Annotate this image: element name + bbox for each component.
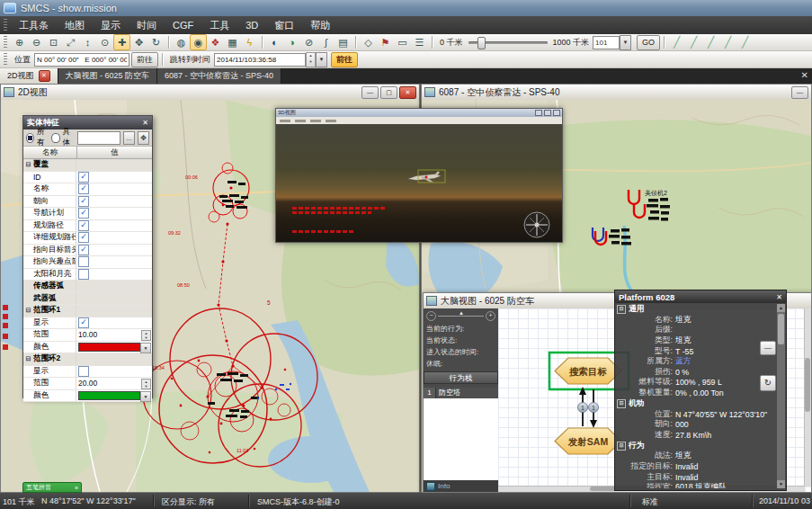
draw-line-icon-5[interactable]: ╱ [736, 34, 754, 50]
checkbox-icon[interactable]: ✓ [78, 220, 89, 231]
close-icon[interactable] [553, 110, 560, 116]
menu-item-4[interactable]: 时间 [129, 16, 165, 34]
tab-close-icon[interactable]: ✕ [39, 70, 50, 82]
platform-group[interactable]: ⊟通用 [617, 304, 776, 315]
checkbox-icon[interactable]: ✓ [78, 183, 89, 194]
sliders-tool-icon[interactable]: ☰ [411, 34, 428, 50]
entity-row[interactable]: 范围20.00▲▼ [23, 378, 152, 390]
flow-node-launch[interactable]: 发射SAM [555, 428, 621, 454]
entity-row[interactable]: 导航计划✓ [23, 208, 152, 220]
minimize-icon[interactable]: — [361, 86, 379, 99]
entity-row[interactable]: ⊟覆盖 [23, 159, 152, 172]
row-expander-icon[interactable]: ⊟ [23, 307, 33, 314]
window-2d-title-bar[interactable]: 2D视图 — ▢ ✕ [1, 85, 419, 101]
earth-icon[interactable]: ◑ [283, 34, 300, 50]
spin-down-icon[interactable]: ▼ [142, 384, 150, 388]
group-expander-icon[interactable]: ⊟ [617, 399, 626, 408]
flow-refresh-button[interactable]: ↻ [760, 375, 776, 391]
entity-row[interactable]: ID✓ [23, 172, 152, 184]
entity-row[interactable]: 颜色▼ [23, 342, 152, 354]
search-map-icon[interactable]: ⊘ [300, 34, 317, 50]
zoom-fit-icon[interactable]: ⤢ [62, 34, 79, 50]
flow-minimize-button[interactable]: — [760, 341, 776, 355]
time-spinner[interactable]: ▲▼ [306, 52, 316, 67]
dropdown-icon[interactable]: ▼ [140, 343, 151, 353]
app-title-bar[interactable]: SMCS - show.mission [0, 0, 812, 16]
spin-down-icon[interactable]: ▼ [142, 335, 150, 340]
overlay-shape-icon[interactable]: ❖ [207, 34, 224, 50]
checkbox-icon[interactable] [78, 256, 89, 267]
window-3d-view[interactable]: 3D视图 [275, 108, 563, 243]
zoom-out-icon[interactable]: − [426, 311, 436, 321]
platform-group[interactable]: ⊟机动 [617, 398, 776, 409]
brain-zoom-slider[interactable]: − ▲ + [424, 308, 498, 323]
menu-item-7[interactable]: 3D [237, 16, 266, 34]
zoom-select-icon[interactable]: ⊙ [96, 34, 113, 50]
entity-filter-input[interactable] [77, 131, 120, 145]
script-icon[interactable]: ∫ [317, 34, 335, 50]
spinner[interactable]: ▲▼ [141, 379, 151, 389]
compass-rose-icon[interactable] [524, 212, 549, 237]
range-slider[interactable] [468, 41, 548, 44]
brain-info-bar[interactable]: Info [424, 480, 498, 492]
minimize-icon[interactable] [535, 110, 542, 116]
menu-item-3[interactable]: 显示 [93, 16, 129, 34]
rotate-tool-icon[interactable]: ↻ [147, 34, 165, 50]
scroll-down-icon[interactable]: ▼ [777, 480, 785, 488]
platform-scrollbar[interactable]: ▲ ▼ [777, 304, 785, 488]
menu-item-1[interactable]: 工具条 [11, 16, 57, 34]
checkbox-icon[interactable]: ✓ [78, 245, 89, 255]
window-3d-title-bar[interactable]: 3D视图 [276, 109, 562, 117]
radio-all[interactable] [26, 133, 34, 143]
menu-item-6[interactable]: 工具 [201, 16, 237, 34]
map-layers-icon[interactable]: ◍ [173, 34, 190, 50]
ime-menu-icon[interactable]: » [75, 485, 78, 491]
checkbox-icon[interactable] [78, 269, 89, 280]
move-tool-icon[interactable]: ✥ [130, 34, 147, 50]
group-expander-icon[interactable]: ⊟ [617, 442, 626, 451]
ime-toolbar[interactable]: 五笔拼音 » [22, 482, 82, 493]
zoom-window-icon[interactable]: ⊡ [45, 34, 62, 50]
close-icon[interactable]: ✕ [776, 293, 782, 301]
entity-row[interactable]: 朝向✓ [23, 196, 152, 209]
zoom-in-icon[interactable]: ⊕ [11, 34, 28, 50]
menu-item-9[interactable]: 帮助 [302, 16, 338, 34]
draw-line-icon-4[interactable]: ╱ [719, 34, 736, 50]
report-icon[interactable]: ▤ [335, 34, 352, 50]
menu-item-8[interactable]: 窗口 [266, 16, 302, 34]
behavior-stack-list[interactable]: 1 防空塔 [424, 388, 498, 480]
entity-row[interactable]: ⊟范围环1 [23, 305, 152, 317]
zoom-in-icon[interactable]: + [486, 311, 495, 321]
time-input[interactable] [214, 53, 306, 67]
entity-features-panel[interactable]: 实体特征 ✕ 所有 具体 ... ✥ 名称 值 ⊟覆盖ID✓名称✓朝向✓导航计划… [22, 115, 153, 398]
scale-combo[interactable]: 101 [593, 36, 620, 49]
scrollbar-thumb[interactable] [805, 358, 810, 411]
goto-position-button[interactable]: 前往 [131, 52, 158, 67]
time-dropdown-icon[interactable]: ▼ [316, 52, 327, 67]
slider-track[interactable]: ▲ [438, 316, 484, 317]
menu-item-5[interactable]: CGF [165, 16, 201, 34]
checkbox-icon[interactable]: ✓ [78, 208, 89, 219]
checkbox-icon[interactable]: ✓ [78, 196, 89, 207]
entity-row[interactable]: 指向目标箭头✓ [23, 245, 152, 257]
flag-tool-icon[interactable]: ⚑ [377, 34, 394, 50]
radio-specific[interactable] [51, 133, 59, 143]
diamond-tool-icon[interactable]: ◇ [360, 34, 377, 50]
maximize-icon[interactable]: ▢ [380, 86, 397, 99]
draw-line-icon-1[interactable]: ╱ [668, 34, 685, 50]
checkbox-icon[interactable] [78, 366, 89, 377]
row-expander-icon[interactable]: ⊟ [23, 161, 33, 168]
time-spin-down-icon[interactable]: ▼ [307, 59, 315, 67]
lightning-icon[interactable]: ϟ [241, 34, 258, 50]
tab-3[interactable]: 6087 - 空中侦察雷达 - SPS-40 [157, 68, 281, 84]
flow-node-search[interactable]: 搜索目标 [555, 358, 621, 384]
image-layer-icon[interactable]: ▦ [224, 34, 241, 50]
crosshair-icon[interactable]: ✥ [138, 131, 149, 145]
browse-button[interactable]: ... [123, 131, 135, 145]
entity-row[interactable]: 详细规划路径✓ [23, 232, 152, 245]
tab-2[interactable]: 大脑视图 - 6025 防空车 [58, 68, 158, 84]
checkbox-icon[interactable]: ✓ [78, 172, 89, 183]
pan-tool-icon[interactable]: ✚ [113, 34, 130, 50]
window-3d-menu-bar[interactable] [276, 117, 562, 124]
row-expander-icon[interactable]: ⊟ [23, 355, 33, 362]
